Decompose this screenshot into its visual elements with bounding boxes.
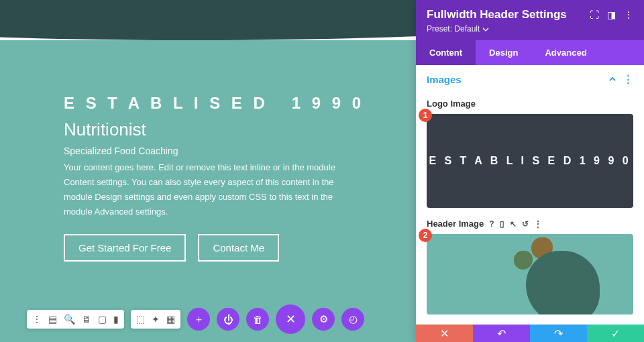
grid-icon[interactable]: ▦ [166, 314, 175, 325]
field-kebab-icon[interactable]: ⋮ [534, 219, 542, 229]
toolbar-group-view: ⋮ ▤ 🔍 🖥 ▢ ▮ [27, 310, 124, 329]
hero-title[interactable]: Nutritionist [64, 119, 352, 140]
panel-header: Fullwidth Header Settings Preset: Defaul… [416, 0, 644, 40]
chevron-up-icon[interactable] [608, 75, 616, 83]
hero-logo-text: E S T A B L I S E D 1 9 9 0 [64, 94, 352, 113]
select-icon[interactable]: ⬚ [136, 314, 145, 325]
undo-button[interactable]: ↶ [473, 325, 530, 342]
field-tools: ? ▯ ↖ ↺ ⋮ [489, 219, 541, 229]
panel-header-icons: ⛶ ◨ ⋮ [590, 9, 633, 20]
header-image-label: Header Image ? ▯ ↖ ↺ ⋮ [427, 219, 633, 229]
snap-icon[interactable]: ◨ [607, 9, 616, 20]
section-images-title: Images [427, 74, 462, 85]
section-images: Images ⋮ Logo Image 1 E S T A B L I S E … [416, 65, 644, 325]
preset-dropdown[interactable]: Preset: Default [427, 24, 567, 34]
power-button[interactable]: ⏻ [217, 308, 239, 331]
effects-icon[interactable]: ✦ [152, 314, 160, 325]
cancel-button[interactable]: ✕ [416, 325, 473, 342]
kebab-icon[interactable]: ⋮ [624, 9, 633, 20]
get-started-button[interactable]: Get Started For Free [64, 234, 186, 262]
zoom-icon[interactable]: 🔍 [64, 314, 75, 325]
settings-panel: Fullwidth Header Settings Preset: Defaul… [416, 0, 644, 342]
settings-button[interactable]: ⚙ [312, 308, 335, 331]
hero-subtitle[interactable]: Specialized Food Coaching [64, 146, 352, 156]
desktop-icon[interactable]: 🖥 [82, 314, 91, 325]
reset-icon[interactable]: ↺ [522, 219, 529, 229]
save-button[interactable]: ✓ [587, 325, 644, 342]
tab-content[interactable]: Content [416, 40, 476, 65]
preview-leaf-green [514, 251, 533, 270]
panel-title: Fullwidth Header Settings [427, 8, 567, 21]
wireframe-icon[interactable]: ▤ [48, 314, 57, 325]
hero-content: E S T A B L I S E D 1 9 9 0 Nutritionist… [64, 94, 352, 262]
hover-icon[interactable]: ↖ [510, 219, 517, 229]
more-icon[interactable]: ⋮ [32, 314, 42, 325]
annotation-badge-2: 2 [419, 229, 432, 242]
delete-button[interactable]: 🗑 [246, 308, 269, 331]
close-builder-button[interactable]: ✕ [276, 304, 305, 334]
hero-buttons: Get Started For Free Contact Me [64, 234, 352, 262]
help-icon[interactable]: ? [489, 219, 494, 229]
toolbar-group-layers: ⬚ ✦ ▦ [131, 310, 180, 329]
add-button[interactable]: ＋ [187, 308, 210, 331]
phone-icon[interactable]: ▮ [113, 314, 119, 325]
history-button[interactable]: ◴ [341, 308, 364, 331]
section-images-header[interactable]: Images ⋮ [416, 65, 644, 93]
logo-image-label: Logo Image [427, 99, 633, 109]
section-images-body: Logo Image 1 E S T A B L I S E D 1 9 9 0… [416, 99, 644, 324]
responsive-icon[interactable]: ▯ [500, 219, 504, 229]
tablet-icon[interactable]: ▢ [98, 314, 107, 325]
logo-preview-text: E S T A B L I S E D 1 9 9 0 [429, 155, 631, 167]
tab-advanced[interactable]: Advanced [531, 40, 600, 65]
preview-leaf-big [526, 251, 600, 315]
annotation-badge-1: 1 [419, 109, 432, 122]
panel-footer: ✕ ↶ ↷ ✓ [416, 325, 644, 342]
section-kebab-icon[interactable]: ⋮ [623, 73, 633, 85]
contact-me-button[interactable]: Contact Me [198, 234, 279, 262]
hero-body-text[interactable]: Your content goes here. Edit or remove t… [64, 160, 352, 219]
tab-design[interactable]: Design [476, 40, 531, 65]
builder-bottom-bar: ⋮ ▤ 🔍 🖥 ▢ ▮ ⬚ ✦ ▦ ＋ ⏻ 🗑 ✕ ⚙ ◴ [27, 304, 364, 334]
panel-tabs: Content Design Advanced [416, 40, 644, 65]
header-image-preview[interactable] [427, 234, 633, 315]
expand-icon[interactable]: ⛶ [590, 9, 599, 20]
logo-image-preview[interactable]: E S T A B L I S E D 1 9 9 0 [427, 114, 633, 208]
redo-button[interactable]: ↷ [530, 325, 587, 342]
